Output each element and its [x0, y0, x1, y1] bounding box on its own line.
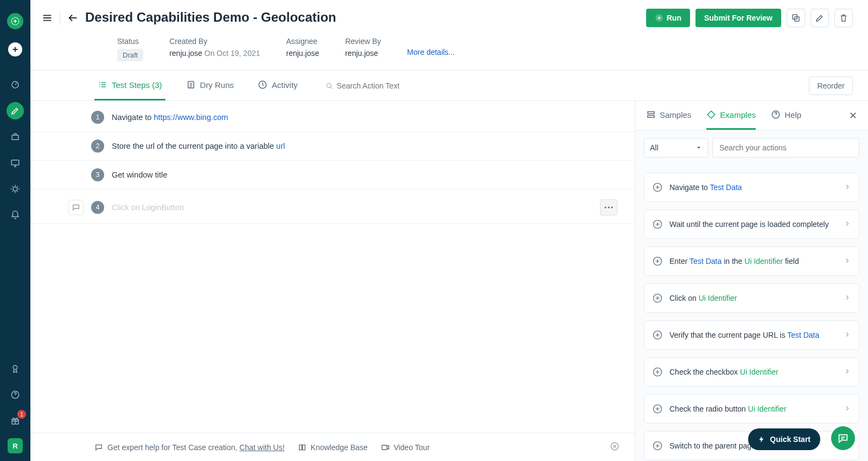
menu-icon[interactable]	[41, 12, 53, 26]
run-label: Run	[667, 14, 681, 22]
example-text: Enter Test Data in the Ui Identifier fie…	[669, 257, 837, 266]
notification-badge: 1	[17, 410, 26, 419]
rp-tab-samples[interactable]: Samples	[646, 101, 691, 130]
chevron-right-icon	[844, 405, 851, 414]
quick-start-label: Quick Start	[770, 435, 810, 444]
tab-activity-label: Activity	[272, 80, 298, 90]
filter-value: All	[650, 143, 659, 152]
tab-dry-runs-label: Dry Runs	[200, 80, 234, 90]
step-row[interactable]: 2Store the url of the current page into …	[30, 132, 635, 161]
example-text: Click on Ui Identifier	[669, 294, 837, 302]
footer-video-label: Video Tour	[394, 443, 430, 452]
example-text: Check the checkbox Ui Identifier	[669, 368, 837, 376]
right-panel: Samples Examples Help ✕ All Na	[635, 101, 868, 461]
tab-activity[interactable]: Activity	[254, 71, 301, 100]
assignee-value: renju.jose	[286, 49, 320, 58]
step-number: 3	[91, 168, 104, 181]
svg-point-5	[13, 365, 17, 370]
footer-bar: Get expert help for Test Case creation, …	[30, 433, 635, 461]
example-item[interactable]: Check the radio button Ui Identifier	[644, 394, 859, 424]
rp-tab-examples-label: Examples	[720, 110, 756, 119]
footer-kb[interactable]: Knowledge Base	[298, 443, 368, 452]
step-number: 2	[91, 140, 104, 153]
more-details-link[interactable]: More details...	[407, 48, 455, 56]
main-content: Desired Capabilities Demo - Geolocation …	[30, 0, 868, 461]
new-step-number: 4	[91, 201, 104, 214]
steps-pane: 1Navigate to https://www.bing.com2Store …	[30, 101, 635, 461]
search-action-input[interactable]	[337, 81, 445, 90]
meta-row: Status Draft Created By renju.jose On Oc…	[30, 27, 868, 70]
step-more-button[interactable]	[600, 199, 617, 216]
footer-video[interactable]: Video Tour	[381, 443, 430, 452]
svg-rect-2	[12, 135, 18, 140]
chevron-right-icon	[844, 183, 851, 192]
quick-start-button[interactable]: Quick Start	[748, 428, 820, 450]
example-text: Verify that the current page URL is Test…	[669, 331, 837, 339]
new-step-row[interactable]: 4	[30, 192, 635, 224]
example-item[interactable]: Navigate to Test Data	[644, 173, 859, 202]
page-header: Desired Capabilities Demo - Geolocation …	[30, 0, 868, 27]
new-step-input[interactable]	[112, 203, 592, 212]
assignee-label: Assignee	[286, 37, 320, 46]
add-icon[interactable]	[8, 42, 22, 56]
user-avatar[interactable]: R	[8, 438, 23, 453]
bug-icon[interactable]	[7, 180, 24, 198]
example-item[interactable]: Click on Ui Identifier	[644, 283, 859, 313]
createdby-label: Created By	[169, 37, 260, 46]
step-row[interactable]: 3Get window title	[30, 161, 635, 190]
search-action[interactable]	[325, 81, 445, 90]
run-button[interactable]: Run	[646, 9, 690, 27]
back-button[interactable]	[67, 12, 79, 26]
step-text: Store the url of the current page into a…	[112, 142, 285, 150]
monitor-icon[interactable]	[7, 154, 24, 172]
help-icon[interactable]	[7, 386, 24, 403]
award-icon[interactable]	[7, 360, 24, 377]
section-tabs: Test Steps (3) Dry Runs Activity Reorder	[30, 71, 868, 101]
reviewby-value: renju.jose	[345, 49, 381, 58]
svg-rect-28	[382, 445, 387, 450]
rp-tab-examples[interactable]: Examples	[706, 101, 756, 130]
footer-kb-label: Knowledge Base	[311, 443, 368, 452]
chevron-right-icon	[844, 257, 851, 266]
tab-dry-runs[interactable]: Dry Runs	[183, 71, 238, 100]
filter-select[interactable]: All	[644, 138, 708, 157]
svg-point-16	[611, 206, 612, 208]
tab-test-steps[interactable]: Test Steps (3)	[94, 71, 165, 100]
gift-icon[interactable]: 1	[7, 412, 24, 430]
svg-rect-17	[648, 112, 654, 114]
chevron-right-icon	[844, 331, 851, 340]
comment-icon[interactable]	[68, 200, 84, 215]
example-item[interactable]: Check the checkbox Ui Identifier	[644, 357, 859, 387]
rp-tab-help-label: Help	[784, 110, 801, 119]
status-chip: Draft	[117, 49, 143, 61]
step-text: Navigate to https://www.bing.com	[112, 113, 228, 122]
edit-button[interactable]	[810, 9, 829, 27]
bell-icon[interactable]	[7, 206, 24, 224]
submit-review-button[interactable]: Submit For Review	[695, 9, 781, 27]
example-item[interactable]: Enter Test Data in the Ui Identifier fie…	[644, 247, 859, 276]
chat-fab[interactable]	[831, 426, 855, 450]
app-sidebar: 1 R	[0, 0, 30, 461]
rp-search-input[interactable]	[712, 138, 859, 157]
footer-chat[interactable]: Get expert help for Test Case creation, …	[94, 443, 285, 452]
svg-point-14	[604, 206, 606, 208]
rp-close-button[interactable]: ✕	[849, 110, 857, 122]
reorder-button[interactable]: Reorder	[809, 77, 853, 95]
footer-close-icon[interactable]	[610, 441, 620, 453]
svg-rect-3	[11, 160, 19, 165]
step-number: 1	[91, 111, 104, 124]
step-row[interactable]: 1Navigate to https://www.bing.com	[30, 103, 635, 132]
briefcase-icon[interactable]	[7, 128, 24, 146]
example-item[interactable]: Wait until the current page is loaded co…	[644, 210, 859, 239]
dashboard-icon[interactable]	[7, 76, 24, 93]
copy-button[interactable]	[787, 9, 805, 27]
example-text: Navigate to Test Data	[669, 183, 837, 192]
example-item[interactable]: Verify that the current page URL is Test…	[644, 320, 859, 350]
logo-icon[interactable]	[7, 13, 23, 29]
edit-icon[interactable]	[7, 102, 24, 119]
reviewby-label: Review By	[345, 37, 381, 46]
example-text: Check the radio button Ui Identifier	[669, 405, 837, 413]
rp-tab-help[interactable]: Help	[771, 101, 801, 130]
delete-button[interactable]	[834, 9, 853, 27]
chevron-right-icon	[844, 220, 851, 229]
